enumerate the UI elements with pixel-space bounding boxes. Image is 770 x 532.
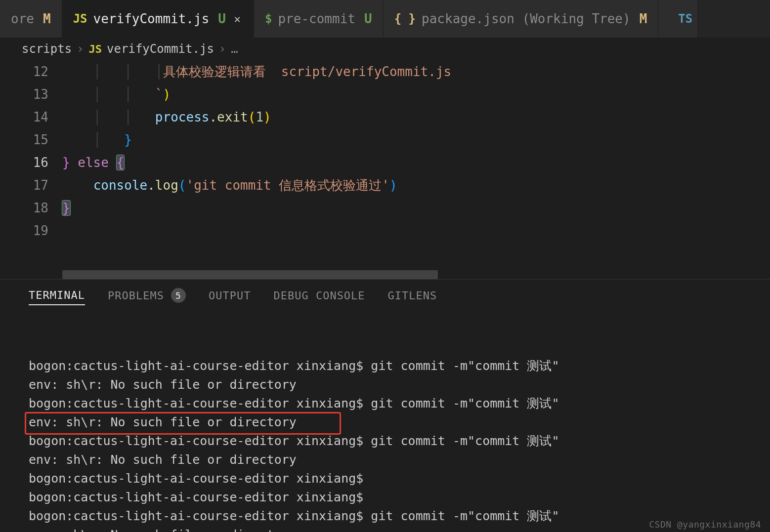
line-number: 16 — [0, 151, 48, 174]
code-line[interactable]: │ } — [62, 128, 770, 151]
tab-label: pre-commit — [278, 11, 355, 26]
breadcrumb: scripts › JS verifyCommit.js › … — [0, 38, 770, 60]
editor-tab[interactable]: oreM — [0, 0, 62, 38]
code-line[interactable]: console.log('git commit 信息格式校验通过') — [62, 174, 770, 197]
editor-horizontal-scrollbar[interactable] — [0, 270, 770, 279]
line-number: 12 — [0, 60, 48, 83]
line-number: 14 — [0, 106, 48, 128]
breadcrumb-separator: › — [219, 42, 226, 56]
problems-count-badge: 5 — [171, 288, 186, 303]
icon-ts-icon: TS — [678, 12, 692, 26]
breadcrumb-ellipsis[interactable]: … — [231, 42, 238, 56]
tab-problems-label: PROBLEMS — [108, 289, 164, 302]
js-icon: JS — [89, 43, 102, 55]
code-line[interactable]: } else { — [62, 151, 770, 174]
code-line[interactable]: │ │ `) — [62, 83, 770, 106]
terminal-line: env: sh\r: No such file or directory — [29, 526, 741, 532]
terminal-line: bogon:cactus-light-ai-course-editor xinx… — [29, 488, 741, 507]
watermark: CSDN @yangxinxiang84 — [649, 515, 761, 532]
bottom-panel: TERMINAL PROBLEMS 5 OUTPUT DEBUG CONSOLE… — [0, 279, 770, 532]
tab-label: ore — [11, 11, 34, 26]
terminal-line: bogon:cactus-light-ai-course-editor xinx… — [29, 357, 741, 375]
breadcrumb-folder[interactable]: scripts — [22, 42, 72, 56]
editor-tab[interactable]: $pre-commitU — [254, 0, 384, 38]
code-area[interactable]: │ │ │具体校验逻辑请看 script/verifyCommit.js │ │… — [62, 60, 770, 270]
tab-bar: oreMJSverifyCommit.jsU✕$pre-commitU{ }pa… — [0, 0, 770, 38]
terminal-line: env: sh\r: No such file or directory — [29, 450, 741, 469]
terminal-line: bogon:cactus-light-ai-course-editor xinx… — [29, 394, 741, 413]
breadcrumb-file[interactable]: verifyCommit.js — [107, 42, 214, 56]
tab-problems[interactable]: PROBLEMS 5 — [108, 285, 186, 306]
line-number-gutter: 1213141516171819 — [0, 60, 62, 270]
tab-gitlens[interactable]: GITLENS — [388, 286, 437, 305]
terminal-line: env: sh\r: No such file or directory — [29, 375, 741, 394]
panel-tab-bar: TERMINAL PROBLEMS 5 OUTPUT DEBUG CONSOLE… — [0, 280, 770, 311]
git-status-indicator: M — [43, 11, 51, 26]
terminal-line: env: sh\r: No such file or directory — [29, 413, 741, 432]
line-number: 19 — [0, 219, 48, 242]
tab-label: package.json (Working Tree) — [422, 11, 631, 26]
breadcrumb-separator: › — [77, 42, 84, 56]
tab-output[interactable]: OUTPUT — [209, 286, 251, 305]
git-status-indicator: M — [640, 11, 647, 26]
line-number: 15 — [0, 128, 48, 151]
icon-js-icon: JS — [73, 12, 87, 26]
tab-terminal[interactable]: TERMINAL — [29, 286, 85, 305]
git-status-indicator: U — [218, 11, 226, 26]
editor-tab[interactable]: { }package.json (Working Tree)M — [384, 0, 659, 38]
git-status-indicator: U — [364, 11, 372, 26]
terminal-line: bogon:cactus-light-ai-course-editor xinx… — [29, 432, 741, 450]
terminal-output[interactable]: bogon:cactus-light-ai-course-editor xinx… — [0, 311, 770, 532]
scrollbar-thumb[interactable] — [62, 270, 438, 279]
tab-label: verifyCommit.js — [93, 11, 210, 26]
code-line[interactable]: │ │ process.exit(1) — [62, 106, 770, 128]
line-number: 18 — [0, 197, 48, 219]
icon-dollar-icon: $ — [265, 12, 272, 26]
line-number: 13 — [0, 83, 48, 106]
editor-tab[interactable]: JSverifyCommit.jsU✕ — [62, 0, 254, 38]
icon-json-icon: { } — [394, 12, 416, 26]
code-line[interactable]: } — [62, 197, 770, 219]
tab-debug-console[interactable]: DEBUG CONSOLE — [273, 286, 365, 305]
code-line[interactable]: │ │ │具体校验逻辑请看 script/verifyCommit.js — [62, 60, 770, 83]
editor-tab[interactable]: TS — [658, 0, 698, 38]
editor[interactable]: 1213141516171819 │ │ │具体校验逻辑请看 script/ve… — [0, 60, 770, 270]
terminal-line: bogon:cactus-light-ai-course-editor xinx… — [29, 469, 741, 488]
close-icon[interactable]: ✕ — [232, 13, 243, 24]
terminal-line: bogon:cactus-light-ai-course-editor xinx… — [29, 507, 741, 526]
line-number: 17 — [0, 174, 48, 197]
